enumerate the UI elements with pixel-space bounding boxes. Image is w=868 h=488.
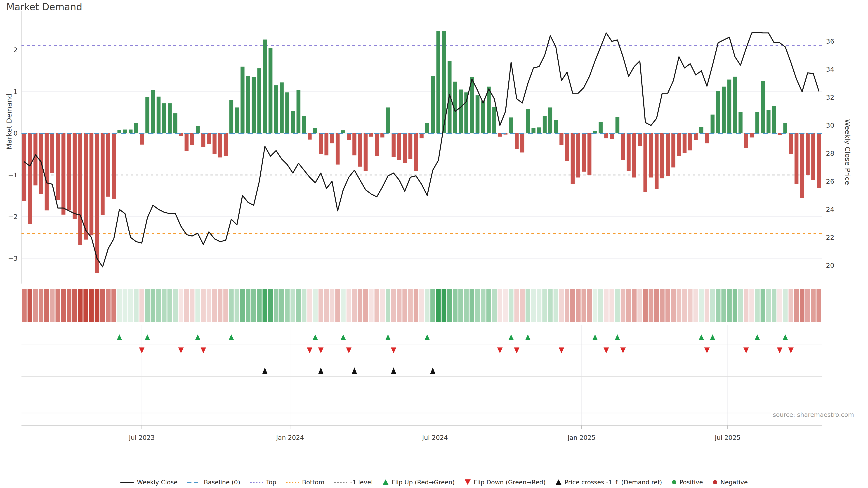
heatmap-cell [554, 289, 558, 322]
heatmap-cell [487, 289, 491, 322]
demand-bar-negative [358, 133, 362, 167]
demand-bar-positive [537, 127, 541, 133]
flip-up-marker [385, 334, 391, 340]
demand-bar-negative [369, 133, 373, 137]
demand-bar-negative [587, 133, 592, 175]
flip-down-marker [743, 348, 749, 353]
heatmap-cell [28, 289, 32, 322]
flip-up-marker [340, 334, 346, 340]
legend-item-label: Flip Up (Red→Green) [392, 479, 455, 486]
demand-bar-negative [582, 133, 586, 172]
market-demand-dashboard: Market Demand Market Demand Weekly Close… [0, 0, 868, 488]
demand-bar-positive [733, 76, 737, 133]
heatmap-cell [296, 289, 301, 322]
demand-bar-negative [677, 133, 681, 156]
heatmap-cell [492, 289, 497, 322]
legend-item-label: Baseline (0) [204, 479, 240, 486]
heatmap-cell [671, 289, 676, 322]
demand-bar-positive [145, 97, 149, 133]
flip-up-marker [117, 334, 122, 340]
heatmap-cell [643, 289, 648, 322]
heatmap-cell [290, 289, 295, 322]
demand-bar-negative [403, 133, 407, 163]
right-axis-tick-label: 22 [826, 234, 834, 241]
legend-circle-icon [672, 480, 676, 484]
flip-up-marker [710, 334, 715, 340]
legend-item[interactable]: Bottom [286, 479, 324, 486]
demand-bar-negative [308, 133, 312, 140]
heatmap-cell [788, 289, 793, 322]
heatmap-cell [688, 289, 692, 322]
x-axis-tick-label: Jan 2024 [276, 434, 304, 442]
demand-bar-negative [750, 133, 754, 137]
demand-bar-negative [364, 133, 368, 171]
demand-bar-negative [28, 133, 32, 224]
demand-bar-positive [459, 90, 463, 133]
heatmap-cell [50, 289, 55, 322]
demand-bar-negative [610, 133, 614, 139]
heatmap-cell [324, 289, 329, 322]
heatmap-cell [212, 289, 217, 322]
heatmap-cell [615, 289, 620, 322]
heatmap-cell [772, 289, 776, 322]
legend-item-label: Weekly Close [137, 479, 178, 486]
flip-up-marker [699, 334, 704, 340]
heatmap-cell [408, 289, 413, 322]
demand-bar-positive [767, 110, 771, 133]
weekly-close-line [24, 32, 819, 267]
legend-item-label: Top [266, 479, 276, 486]
legend-item[interactable]: Flip Up (Red→Green) [383, 479, 455, 486]
flip-up-marker [508, 334, 514, 340]
demand-bar-positive [157, 97, 161, 133]
heatmap-cell [128, 289, 133, 322]
legend-item[interactable]: Weekly Close [120, 479, 178, 486]
heatmap-cell [229, 289, 234, 322]
demand-bar-positive [252, 77, 256, 133]
demand-bar-positive [481, 101, 485, 133]
demand-bar-negative [688, 133, 692, 151]
left-axis-tick-label: −2 [8, 213, 18, 221]
demand-bar-negative [224, 133, 228, 156]
legend-tri-down-icon [465, 480, 471, 485]
demand-bar-negative [140, 133, 144, 144]
heatmap-cell [542, 289, 547, 322]
legend: Weekly CloseBaseline (0)TopBottom-1 leve… [0, 476, 868, 488]
demand-bar-positive [297, 90, 301, 133]
right-axis-tick-label: 30 [826, 122, 834, 129]
legend-item[interactable]: Price crosses -1 ↑ (Demand ref) [556, 479, 662, 486]
heatmap-cell [414, 289, 418, 322]
legend-item[interactable]: Flip Down (Green→Red) [465, 479, 546, 486]
demand-bar-positive [134, 123, 138, 133]
chart-canvas: 210−1−2−3363432302826242220Jul 2023Jan 2… [0, 0, 868, 488]
demand-bar-negative [694, 133, 698, 140]
heatmap-cell [140, 289, 144, 322]
legend-item[interactable]: Top [250, 479, 276, 486]
heatmap-cell [346, 289, 351, 322]
heatmap-cell [738, 289, 743, 322]
heatmap-cell [638, 289, 642, 322]
flip-up-marker [615, 334, 620, 340]
heatmap-cell [363, 289, 368, 322]
demand-bar-positive [241, 67, 245, 133]
demand-bar-positive [386, 107, 390, 133]
flip-down-marker [559, 348, 564, 353]
price-cross-marker [352, 367, 357, 374]
demand-bar-positive [302, 116, 306, 133]
legend-item[interactable]: Baseline (0) [187, 479, 240, 486]
heatmap-cell [593, 289, 597, 322]
heatmap-cell [430, 289, 435, 322]
demand-bar-negative [112, 133, 116, 199]
legend-item[interactable]: Negative [713, 479, 748, 486]
flip-down-marker [307, 348, 312, 353]
demand-bar-negative [207, 133, 211, 144]
flip-down-marker [391, 348, 396, 353]
legend-item[interactable]: Positive [672, 479, 703, 486]
heatmap-cell [134, 289, 138, 322]
heatmap-cell [777, 289, 782, 322]
demand-bar-positive [554, 120, 558, 133]
legend-dot-line-icon [334, 482, 347, 483]
legend-item[interactable]: -1 level [334, 479, 373, 486]
heatmap-cell [509, 289, 514, 322]
demand-bar-negative [106, 133, 110, 197]
heatmap-cell [436, 289, 441, 322]
